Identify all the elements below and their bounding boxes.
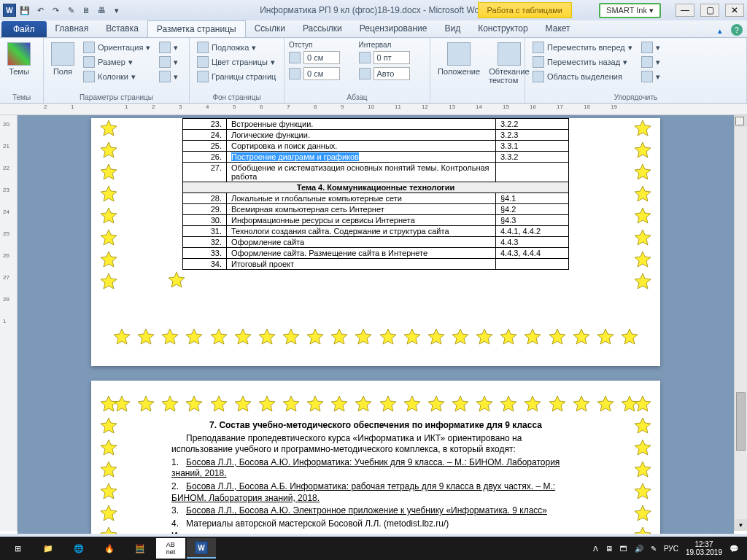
contextual-tab: Работа с таблицами: [478, 2, 572, 18]
document-page[interactable]: 23.Встроенные функции.3.2.224.Логические…: [91, 118, 660, 366]
vertical-scrollbar[interactable]: ▲ ▼: [734, 115, 747, 531]
star-icon: [100, 229, 117, 246]
windows-taskbar: ⊞ 📁 🌐 🔥 🧮 ABnet W ᐱ 🖥 🗔 🔊 ✎ РУС 12:37 19…: [0, 537, 747, 560]
star-icon: [427, 328, 445, 346]
body-text: 7. Состав учебно-методического обеспечен…: [171, 420, 580, 541]
themes-button[interactable]: Темы: [4, 41, 34, 77]
space-before-input[interactable]: 0 пт: [374, 51, 410, 64]
breaks-button[interactable]: ▾: [156, 41, 181, 54]
rotate-button[interactable]: ▾: [638, 70, 663, 83]
print-icon[interactable]: 🖶: [95, 4, 108, 17]
watermark-button[interactable]: Подложка ▾: [194, 41, 279, 54]
ribbon-tab[interactable]: Главная: [47, 20, 98, 37]
side-icon[interactable]: [735, 117, 744, 125]
lesson-table[interactable]: 23.Встроенные функции.3.2.224.Логические…: [182, 118, 569, 270]
star-icon: [185, 328, 203, 346]
space-after-icon: [359, 68, 371, 79]
table-tools-tab[interactable]: Работа с таблицами: [478, 2, 572, 18]
star-icon: [634, 395, 651, 413]
size-button[interactable]: Размер ▾: [80, 55, 153, 69]
star-icon: [634, 483, 651, 500]
file-tab[interactable]: Файл: [1, 21, 47, 37]
horizontal-ruler[interactable]: 2112345678910111213141516171819: [0, 104, 747, 115]
orientation-button[interactable]: Ориентация ▾: [80, 41, 153, 54]
document-page[interactable]: 7. Состав учебно-методического обеспечен…: [91, 381, 660, 541]
ribbon-tab[interactable]: Макет: [537, 20, 579, 37]
hyphenation-button[interactable]: ▾: [156, 70, 181, 83]
group-position: Положение Обтекание текстом: [430, 38, 525, 103]
taskbar-app-icon[interactable]: 🔥: [95, 538, 124, 559]
scroll-thumb[interactable]: [736, 392, 746, 451]
space-after-input[interactable]: Авто: [374, 67, 410, 80]
star-icon: [476, 395, 493, 413]
save-icon[interactable]: 💾: [18, 4, 31, 17]
star-icon: [210, 395, 228, 413]
scroll-down-button[interactable]: ▼: [735, 519, 747, 531]
taskbar-app-icon[interactable]: ABnet: [156, 538, 185, 559]
tray-pen-icon[interactable]: ✎: [651, 545, 657, 553]
close-button[interactable]: ✕: [725, 4, 744, 17]
ribbon-tabs: Файл ГлавнаяВставкаРазметка страницыСсыл…: [0, 20, 747, 38]
star-icon: [210, 328, 228, 346]
ribbon-tab[interactable]: Вставка: [97, 20, 147, 37]
send-backward-button[interactable]: Переместить назад ▾: [530, 55, 635, 69]
star-icon: [634, 251, 651, 268]
qat-icon[interactable]: 🗎: [80, 4, 93, 17]
ribbon-tab[interactable]: Конструктор: [469, 20, 536, 37]
ribbon-tab[interactable]: Рецензирование: [351, 20, 436, 37]
columns-button[interactable]: Колонки ▾: [80, 70, 153, 83]
qat-dropdown-icon[interactable]: ▾: [110, 4, 123, 17]
tray-notifications-icon[interactable]: 💬: [729, 545, 738, 553]
document-area[interactable]: 23.Встроенные функции.3.2.224.Логические…: [18, 115, 734, 541]
redo-icon[interactable]: ↷: [49, 4, 62, 17]
qat-icon[interactable]: ✎: [64, 4, 77, 17]
ribbon-tab[interactable]: Рассылки: [294, 20, 351, 37]
star-icon: [113, 328, 131, 346]
maximize-button[interactable]: ▢: [700, 4, 719, 17]
taskbar-explorer-icon[interactable]: 📁: [34, 538, 63, 559]
ribbon-tab[interactable]: Ссылки: [246, 20, 294, 37]
margins-button[interactable]: Поля: [48, 41, 77, 77]
group-button[interactable]: ▾: [638, 55, 663, 69]
undo-icon[interactable]: ↶: [34, 4, 47, 17]
tray-language[interactable]: РУС: [664, 545, 678, 553]
selection-pane-button[interactable]: Область выделения: [530, 70, 635, 83]
ribbon-tab[interactable]: Вид: [436, 20, 469, 37]
align-button[interactable]: ▾: [638, 41, 663, 54]
vertical-ruler[interactable]: 2021222324252627281: [0, 115, 18, 531]
tray-icon[interactable]: 🖥: [605, 545, 613, 553]
ribbon-tab[interactable]: Разметка страницы: [147, 20, 246, 37]
bring-forward-button[interactable]: Переместить вперед ▾: [530, 41, 635, 54]
taskbar-chrome-icon[interactable]: 🌐: [64, 538, 93, 559]
group-arrange: Переместить вперед ▾ Переместить назад ▾…: [525, 38, 747, 103]
star-icon: [100, 185, 117, 203]
space-before-icon: [359, 52, 371, 63]
tray-time[interactable]: 12:37: [686, 540, 722, 548]
tray-date[interactable]: 19.03.2019: [686, 548, 722, 556]
tray-display-icon[interactable]: 🗔: [620, 545, 627, 553]
tray-chevron-icon[interactable]: ᐱ: [593, 545, 598, 553]
ribbon-collapse-icon[interactable]: ▴: [713, 24, 727, 37]
position-button[interactable]: Положение: [435, 41, 483, 77]
star-icon: [634, 163, 651, 181]
taskbar-calc-icon[interactable]: 🧮: [125, 538, 155, 559]
pagecolor-button[interactable]: Цвет страницы ▾: [194, 55, 279, 69]
quick-access-toolbar: W 💾 ↶ ↷ ✎ 🗎 🖶 ▾: [3, 4, 123, 17]
indent-left-input[interactable]: 0 см: [303, 51, 340, 64]
star-icon: [100, 163, 117, 181]
smart-ink-badge[interactable]: SMART Ink ▾: [599, 3, 661, 18]
star-icon: [282, 395, 300, 413]
star-icon: [500, 395, 517, 413]
tray-volume-icon[interactable]: 🔊: [635, 545, 643, 553]
linenumbers-button[interactable]: ▾: [156, 55, 181, 69]
taskbar-word-icon[interactable]: W: [187, 538, 216, 559]
star-icon: [549, 395, 566, 413]
help-icon[interactable]: ?: [731, 24, 743, 36]
minimize-button[interactable]: —: [676, 4, 694, 17]
start-button[interactable]: ⊞: [3, 538, 32, 559]
pageborders-button[interactable]: Границы страниц: [194, 70, 279, 83]
word-icon[interactable]: W: [3, 4, 16, 17]
star-icon: [634, 185, 651, 203]
star-icon: [379, 328, 397, 346]
indent-right-input[interactable]: 0 см: [303, 67, 340, 80]
